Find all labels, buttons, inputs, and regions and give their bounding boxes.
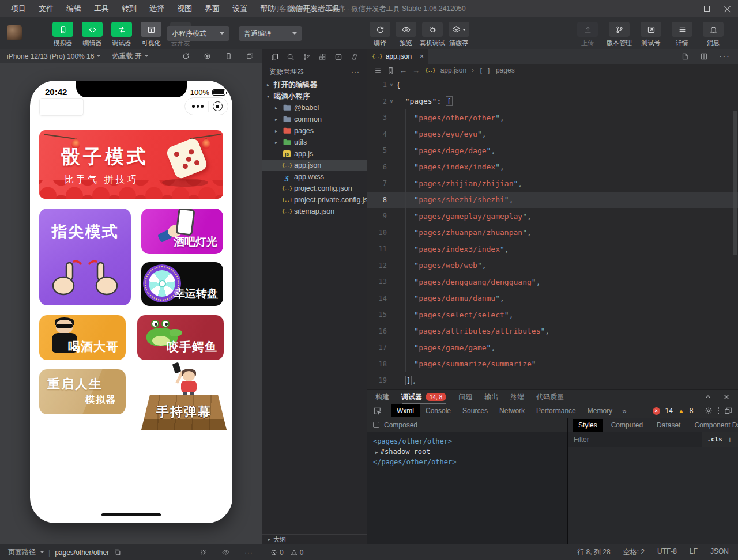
code-line[interactable]: 1∨{ [367,77,738,93]
multi-window-icon[interactable] [246,52,254,60]
extensions-icon[interactable] [318,53,326,61]
code-line[interactable]: 12 "pages/web/web", [367,258,738,274]
menu-item[interactable]: 界面 [198,0,226,17]
code-line[interactable]: 8 "pages/shezhi/shezhi", [367,192,738,209]
panel-tab-构建[interactable]: 构建 [375,392,389,402]
device-debug-button[interactable]: 真机调试 [420,22,445,47]
style-filter-input[interactable]: Filter [568,432,702,447]
menu-item[interactable]: 视图 [171,0,198,17]
card-drinking-brother[interactable]: 喝酒大哥 [39,315,126,360]
cls-toggle[interactable]: .cls [702,436,728,443]
language-mode[interactable]: JSON [710,547,729,557]
close-button[interactable] [717,0,738,17]
inspect-element-icon[interactable] [373,407,381,415]
panel-tab-终端[interactable]: 终端 [510,392,524,402]
hot-reload-toggle[interactable]: 热重载 开 [112,51,148,61]
copy-icon[interactable] [114,548,121,556]
wxml-close-tag[interactable]: </pages/other/other> [373,457,567,468]
menu-item[interactable]: 工具 [88,0,115,17]
problems-warnings[interactable]: 0 [291,548,304,557]
tree-item[interactable]: {..}sitemap.json [262,206,367,217]
open-preview-icon[interactable] [681,52,689,60]
record-icon[interactable] [204,52,211,60]
devtools-tab-network[interactable]: Network [494,404,530,417]
card-fingertip-mode[interactable]: 指尖模式 [39,209,131,305]
files-icon[interactable] [270,53,278,61]
card-handheld-danmu[interactable]: 手持弹幕 [141,368,227,433]
code-line[interactable]: 19 ], [367,372,738,389]
vconsole-bug-icon[interactable] [199,548,207,556]
code-line[interactable]: 10 "pages/zhuanpan/zhuanpan", [367,225,738,241]
code-line[interactable]: 13 "pages/dengguang/dengguang", [367,274,738,290]
new-style-rule-icon[interactable]: + [728,435,738,444]
mini-search-box[interactable] [39,98,84,116]
tree-item[interactable]: jsapp.js [262,148,367,160]
menu-item[interactable]: 文件 [32,0,60,17]
code-line[interactable]: 6 "pages/index/index", [367,159,738,176]
preview-button[interactable]: 预览 [394,22,418,47]
tree-item[interactable]: ʒapp.wxss [262,171,367,183]
tree-item[interactable]: ▾喝酒小程序 [262,90,367,102]
eol[interactable]: LF [690,547,698,557]
compile-select[interactable]: 普通编译 [239,26,302,41]
code-line[interactable]: 16 "pages/attributes/attributes", [367,323,738,340]
version-control-button[interactable]: 版本管理 [607,22,632,47]
wxml-open-tag[interactable]: <pages/other/other> [373,437,567,447]
code-line[interactable]: 17 "pages/game/game", [367,339,738,356]
code-line[interactable]: 15 "pages/select/select", [367,307,738,323]
more-menu-icon[interactable] [192,105,204,108]
close-panel-icon[interactable] [723,393,730,400]
page-path-label[interactable]: 页面路径 [8,547,36,557]
upload-button[interactable]: 上传 [575,22,600,47]
more-tabs-icon[interactable]: » [618,407,630,415]
debugger-button[interactable]: 调试器 [110,22,134,47]
menu-item[interactable]: 项目 [5,0,32,17]
page-path-value[interactable]: pages/other/other [55,548,109,557]
test-account-button[interactable]: 测试号 [639,22,663,47]
code-line[interactable]: 7 "pages/zhijian/zhijian", [367,175,738,192]
code-line[interactable]: 14 "pages/danmu/danmu", [367,290,738,307]
visibility-icon[interactable] [222,548,229,556]
code-line[interactable]: 11 "pages/index3/index", [367,241,738,258]
kebab-menu-icon[interactable] [718,407,720,414]
editor-scrollbar[interactable] [733,111,737,255]
component-icon[interactable] [334,53,342,61]
code-line[interactable]: 9 "pages/gameplay/gameplay", [367,208,738,225]
code-line[interactable]: 5 "pages/dage/dage", [367,142,738,159]
card-dice-mode[interactable]: 骰子模式 比手气 拼技巧 [39,130,223,199]
simulator-button[interactable]: 模拟器 [51,22,75,47]
editor-button[interactable]: 编辑器 [80,22,104,47]
search-icon[interactable] [287,53,295,61]
device-select[interactable]: iPhone 12/13 (Pro) 100% 16 [7,52,100,60]
tree-item[interactable]: {..}app.json [262,160,367,171]
menu-item[interactable]: 转到 [115,0,143,17]
code-line[interactable]: 18 "pages/summarize/summarize" [367,356,738,373]
outline-list-icon[interactable] [374,67,382,74]
card-bite-crocodile[interactable]: 咬手鳄鱼 [137,315,224,360]
dock-side-icon[interactable] [724,407,732,415]
nav-forward-icon[interactable]: → [412,66,420,75]
source-control-icon[interactable] [303,53,311,61]
clear-cache-button[interactable]: 清缓存 [447,22,471,47]
capsule-menu[interactable] [184,97,228,115]
code-area[interactable]: 1∨{2∨ "pages": [3 "pages/other/other",4 … [367,77,738,389]
menu-item[interactable]: 设置 [226,0,254,17]
encoding[interactable]: UTF-8 [657,547,677,557]
avatar[interactable] [7,25,22,40]
panel-tab-调试器[interactable]: 调试器14, 8 [401,392,446,402]
devtools-tab-sources[interactable]: Sources [457,404,494,417]
split-editor-icon[interactable] [700,52,708,60]
composed-checkbox[interactable] [373,422,379,428]
styles-tab-component-data[interactable]: Component Data [689,419,738,432]
collapse-panel-icon[interactable] [705,393,711,400]
styles-tab-dataset[interactable]: Dataset [652,419,686,432]
menu-item[interactable]: 选择 [143,0,171,17]
more-actions-icon[interactable]: ··· [351,68,360,76]
code-line[interactable]: 3 "pages/other/other", [367,109,738,126]
nav-back-icon[interactable]: ← [400,66,407,75]
rotate-icon[interactable] [182,52,190,60]
bookmark-icon[interactable] [387,67,394,74]
device-frame-icon[interactable] [225,52,232,60]
tree-item[interactable]: ▸@babel [262,102,367,113]
close-tab-icon[interactable]: × [420,53,424,60]
